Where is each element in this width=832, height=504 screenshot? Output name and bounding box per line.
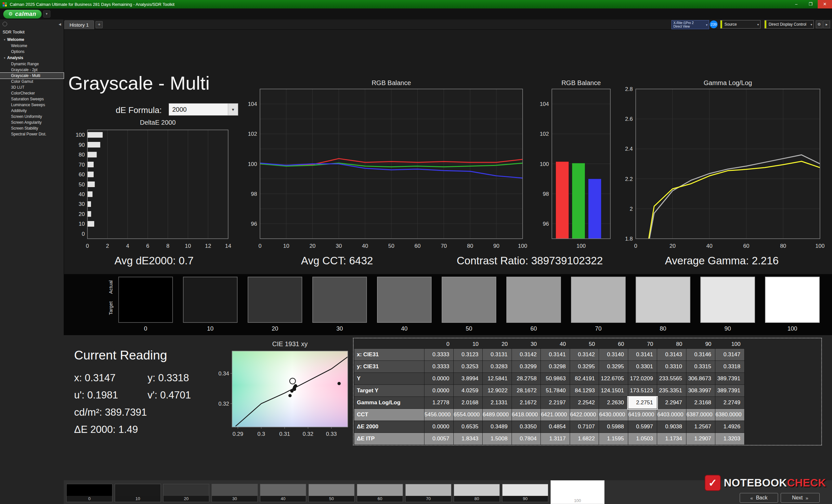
sidebar-collapse-button[interactable]: ◀: [58, 22, 61, 26]
sidebar-item-spectral-power-dist[interactable]: Spectral Power Dist.: [0, 131, 64, 137]
table-cell[interactable]: 0.3295: [599, 361, 628, 373]
table-cell[interactable]: 28.1672: [512, 385, 541, 397]
table-cell[interactable]: 6418.0000: [512, 409, 541, 421]
table-cell[interactable]: 0.6535: [453, 421, 483, 433]
table-cell[interactable]: 0.3350: [512, 421, 541, 433]
calman-menu-caret[interactable]: ▾: [43, 10, 50, 18]
table-cell[interactable]: 0.4854: [541, 421, 570, 433]
gray-patch-30[interactable]: 30: [212, 484, 258, 502]
table-cell[interactable]: 2.0168: [453, 397, 483, 409]
gray-patch-100[interactable]: 100: [550, 480, 604, 504]
gray-patch-90[interactable]: 90: [502, 484, 548, 502]
table-cell[interactable]: 1.3117: [541, 433, 570, 445]
sidebar-item-color-gamut[interactable]: Color Gamut: [0, 79, 64, 84]
table-cell[interactable]: 2.2947: [657, 397, 686, 409]
settings-gear-button[interactable]: ⚙: [816, 21, 823, 28]
table-cell[interactable]: 0.3142: [512, 349, 541, 361]
sidebar-item-dynamic-range[interactable]: Dynamic Range: [0, 61, 64, 67]
sidebar-item-additivity[interactable]: Additivity: [0, 108, 64, 114]
table-cell[interactable]: 2.2749: [715, 397, 745, 409]
table-cell[interactable]: 84.1293: [570, 385, 599, 397]
sidebar-item-grayscale-2pt[interactable]: Grayscale - 2pt: [0, 67, 64, 73]
table-cell[interactable]: 1.3203: [715, 433, 745, 445]
table-cell[interactable]: 1.4926: [715, 421, 745, 433]
table-cell[interactable]: 1.8343: [453, 433, 483, 445]
table-cell[interactable]: 6489.0000: [483, 409, 512, 421]
table-cell[interactable]: 0.5997: [628, 421, 657, 433]
table-cell[interactable]: 389.7391: [715, 373, 745, 385]
table-cell[interactable]: 2.3168: [686, 397, 715, 409]
table-cell[interactable]: 308.3997: [686, 385, 715, 397]
gray-patch-10[interactable]: 10: [115, 484, 161, 502]
minimize-button[interactable]: –: [789, 0, 803, 8]
table-cell[interactable]: 0.0000: [424, 373, 454, 385]
sidebar-section-analysis[interactable]: ▾Analysis: [0, 55, 64, 61]
table-cell[interactable]: 0.3253: [453, 361, 483, 373]
table-cell[interactable]: 0.3298: [541, 361, 570, 373]
sidebar-section-welcome[interactable]: ▾Welcome: [0, 36, 64, 43]
display-control-selector[interactable]: Direct Display Control ▾: [764, 20, 814, 29]
table-cell[interactable]: 82.4191: [570, 373, 599, 385]
table-cell[interactable]: 2.2542: [570, 397, 599, 409]
table-cell[interactable]: 0.3301: [628, 361, 657, 373]
table-cell[interactable]: 4.0259: [453, 385, 483, 397]
table-cell[interactable]: 389.7391: [715, 385, 745, 397]
table-cell[interactable]: 0.5988: [599, 421, 628, 433]
table-cell[interactable]: 1.2778: [424, 397, 454, 409]
table-cell[interactable]: 0.3147: [715, 349, 745, 361]
meter-selector[interactable]: X-Rite i1Pro 2 Direct View ▾: [672, 20, 709, 29]
panel-expand-button[interactable]: ▸: [823, 21, 830, 28]
table-cell[interactable]: 124.1501: [599, 385, 628, 397]
table-cell[interactable]: 122.6705: [599, 373, 628, 385]
table-cell[interactable]: 0.0000: [424, 385, 454, 397]
table-cell[interactable]: 0.7804: [512, 433, 541, 445]
sidebar-item-luminance-sweeps[interactable]: Luminance Sweeps: [0, 102, 64, 108]
sidebar-item-saturation-sweeps[interactable]: Saturation Sweeps: [0, 96, 64, 102]
table-cell[interactable]: 1.0503: [628, 433, 657, 445]
table-cell[interactable]: 12.9022: [483, 385, 512, 397]
maximize-button[interactable]: ❐: [803, 0, 818, 8]
table-cell[interactable]: 6380.0000: [715, 409, 745, 421]
gray-patch-80[interactable]: 80: [454, 484, 500, 502]
table-cell[interactable]: 1.6822: [570, 433, 599, 445]
table-cell[interactable]: 1.1595: [599, 433, 628, 445]
gray-patch-70[interactable]: 70: [405, 484, 451, 502]
sidebar-item-screen-stability[interactable]: Screen Stability: [0, 125, 64, 131]
table-cell[interactable]: 0.3310: [657, 361, 686, 373]
table-cell[interactable]: 0.3131: [483, 349, 512, 361]
table-cell[interactable]: 0.3333: [424, 361, 454, 373]
table-cell[interactable]: 0.3315: [686, 361, 715, 373]
table-cell[interactable]: 0.3283: [483, 361, 512, 373]
table-cell[interactable]: 0.9038: [657, 421, 686, 433]
table-cell[interactable]: 0.3299: [512, 361, 541, 373]
sidebar-item-3d-lut[interactable]: 3D LUT: [0, 84, 64, 90]
table-cell[interactable]: 12.5841: [483, 373, 512, 385]
sidebar-item-screen-angularity[interactable]: Screen Angularity: [0, 119, 64, 125]
table-cell[interactable]: 6421.0000: [541, 409, 570, 421]
close-button[interactable]: ✕: [818, 0, 832, 8]
sidebar-item-colorchecker[interactable]: ColorChecker: [0, 90, 64, 96]
table-cell[interactable]: 1.1734: [657, 433, 686, 445]
table-cell[interactable]: 2.1672: [512, 397, 541, 409]
de-formula-dropdown[interactable]: 2000 ▾: [169, 103, 238, 116]
gray-patch-50[interactable]: 50: [308, 484, 355, 502]
table-cell[interactable]: 235.3351: [657, 385, 686, 397]
gray-patch-0[interactable]: 0: [66, 484, 112, 502]
table-cell[interactable]: 0.3318: [715, 361, 745, 373]
table-cell[interactable]: 1.2567: [686, 421, 715, 433]
table-cell[interactable]: 0.3333: [424, 349, 454, 361]
table-cell[interactable]: 0.3142: [570, 349, 599, 361]
table-cell[interactable]: 6403.0000: [657, 409, 686, 421]
table-cell[interactable]: 0.3141: [541, 349, 570, 361]
table-cell[interactable]: 0.3140: [599, 349, 628, 361]
table-cell[interactable]: 173.5123: [628, 385, 657, 397]
next-button[interactable]: Next »: [781, 493, 820, 503]
table-cell[interactable]: 6554.0000: [453, 409, 483, 421]
table-cell[interactable]: 28.2758: [512, 373, 541, 385]
table-cell[interactable]: 2.2197: [541, 397, 570, 409]
sidebar-item-screen-uniformity[interactable]: Screen Uniformity: [0, 114, 64, 119]
gray-patch-60[interactable]: 60: [357, 484, 403, 502]
table-cell[interactable]: 2.2751: [628, 397, 657, 409]
sidebar-item-welcome[interactable]: Welcome: [0, 43, 64, 49]
add-tab-button[interactable]: +: [96, 21, 103, 28]
